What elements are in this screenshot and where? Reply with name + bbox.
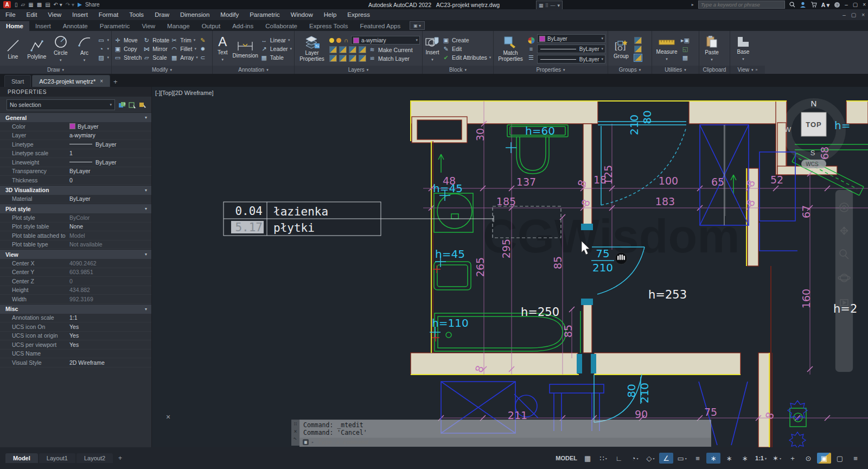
sign-in-icon[interactable] [800,2,806,8]
layer-on-bulb-icon[interactable] [329,38,334,43]
ribbon-display-toggle[interactable]: ▣ ▾ [410,21,425,30]
block-create-button[interactable]: ▣Create [442,37,491,44]
property-value[interactable]: Not available [69,241,151,248]
ungroup-icon[interactable] [634,37,642,44]
linetype-list-icon[interactable]: ☰ [527,54,535,61]
crosshair-icon[interactable]: + [786,453,800,464]
text-button[interactable]: A Text▾ [215,35,231,62]
explode-icon[interactable]: ✹ [199,46,207,53]
ellipse-icon[interactable]: ◔ [98,46,105,53]
help-icon[interactable]: ? [834,2,840,8]
line-button[interactable]: Line [2,39,24,60]
dimension-button[interactable]: Dimension [233,40,258,59]
doc-restore-button[interactable]: ▢ [851,12,856,18]
table-cell-area1[interactable]: 0.04 [235,205,263,218]
navigation-bar[interactable] [835,190,853,372]
property-value[interactable]: 1:1 [69,314,151,321]
arc-button[interactable]: Arc▾ [74,35,95,63]
file-tab-close-icon[interactable]: × [100,78,103,84]
panel-title-annotation[interactable]: Annotation▾ [213,66,294,74]
panel-title-block[interactable]: Block▾ [423,66,493,74]
group-select-icon[interactable] [634,54,642,61]
ribbon-tab-insert[interactable]: Insert [29,21,57,31]
mirror-button[interactable]: ⋈Mirror [143,46,169,53]
panel-title-groups[interactable]: Groups▾ [608,66,652,74]
menu-item-window[interactable]: Window [285,9,318,20]
menu-item-format[interactable]: Format [93,9,124,20]
section-header-view[interactable]: View▾ [0,249,151,259]
selection-dropdown[interactable]: No selection▾ [7,99,115,110]
menu-item-draw[interactable]: Draw [149,9,175,20]
paste-button[interactable]: Paste▾ [701,35,722,62]
command-wrench-icon[interactable]: ⌐ [292,435,298,442]
section-header-3d-visualization[interactable]: 3D Visualization▾ [0,185,151,195]
layer-on-tool-icon[interactable] [349,55,356,62]
ribbon-tab-collaborate[interactable]: Collaborate [259,21,303,31]
settings-gear-icon[interactable]: ✶▾ [770,453,784,464]
grid-mini-icon[interactable]: ▦ [539,3,544,8]
make-current-button[interactable]: Make Current [378,47,413,53]
plot-icon[interactable]: ▤ [45,2,50,8]
base-button[interactable]: Base▾ [732,36,754,62]
section-header-misc[interactable]: Misc▾ [0,304,151,314]
layer-thaw-tool-icon[interactable] [339,55,347,62]
snap-mode-icon[interactable]: ∷▾ [596,453,610,464]
layout-tab-layout1[interactable]: Layout1 [39,453,75,463]
stretch-button[interactable]: ▭Stretch [114,54,142,61]
autodesk-account-icon[interactable]: A ▾ [821,2,829,8]
ribbon-tab-output[interactable]: Output [196,21,227,31]
polyline-button[interactable]: Polyline [26,39,48,60]
search-expand-icon[interactable]: ▸ [692,2,694,7]
quick-select-icon[interactable]: ▸▣ [681,37,689,44]
file-tab-start[interactable]: Start [4,75,31,87]
chevron-down-icon[interactable]: ▾ [558,3,560,8]
match-properties-button[interactable]: Match Properties [496,36,525,62]
object-snap-icon[interactable]: ▭▾ [675,453,689,464]
object-snap-tracking-icon[interactable]: ∠ [659,453,673,464]
minimize-button[interactable]: – [845,2,848,8]
section-header-general[interactable]: General▾ [0,112,151,122]
close-button[interactable]: × [863,2,866,8]
new-file-icon[interactable]: ▯ [15,2,18,8]
layer-thaw-sun-icon[interactable] [336,38,341,43]
editor-close-icon[interactable]: × [166,413,170,421]
ribbon-tab-parametric[interactable]: Parametric [94,21,136,31]
command-window[interactable]: ∷ × ⌐ Command: _mtedit Command: 'Cancel'… [291,420,711,446]
property-value[interactable]: Yes [69,332,151,339]
rotate-button[interactable]: ↻Rotate [143,37,169,44]
table-cell-area2[interactable]: 5.17 [235,221,263,234]
property-value[interactable]: 603.9851 [69,269,151,275]
property-value[interactable]: 434.882 [69,287,151,293]
offset-icon[interactable]: ⊂ [199,54,207,61]
doc-minimize-button[interactable]: – [843,12,846,18]
copy-button[interactable]: ▣Copy [114,46,142,53]
annotation-scale-icon[interactable]: ∗ [738,453,752,464]
layer-unisolate-icon[interactable] [329,55,337,62]
property-value[interactable]: ByLayer [69,159,151,166]
select-objects-icon[interactable] [128,101,137,109]
table-button[interactable]: ▦Table [260,54,292,61]
group-edit-icon[interactable] [634,46,642,53]
file-tab-document[interactable]: AC23-projekt wnętrz*× [32,75,110,87]
isometric-drafting-icon[interactable]: ◇▾ [643,453,658,464]
viewcube-south-label[interactable]: S [810,149,815,157]
property-value[interactable]: Yes [69,341,151,348]
panel-title-clipboard[interactable]: Clipboard [699,66,730,74]
move-button[interactable]: ✛Move [114,37,142,44]
scale-button[interactable]: ▱Scale [143,54,169,61]
property-value[interactable]: ByLayer [69,195,151,202]
rectangle-icon[interactable]: ▭ [98,37,105,44]
ribbon-tab-view[interactable]: View [136,21,161,31]
object-color-wheel-icon[interactable] [527,37,535,44]
menu-item-modify[interactable]: Modify [215,9,244,20]
panel-title-utilities[interactable]: Utilities▾ [652,66,699,74]
view-cube[interactable]: TOP N W S WCS [784,99,841,168]
menu-item-edit[interactable]: Edit [21,9,43,20]
autocad-logo-icon[interactable]: A [3,1,11,8]
save-icon[interactable]: ▦ [28,2,33,8]
panel-title-view[interactable]: View▾» [730,66,765,74]
property-value[interactable]: ByLayer [69,123,151,130]
layer-properties-button[interactable]: 7x Layer Properties [297,36,327,62]
layout-tab-layout2[interactable]: Layout2 [76,453,113,463]
measure-button[interactable]: Measure▾ [654,36,679,62]
